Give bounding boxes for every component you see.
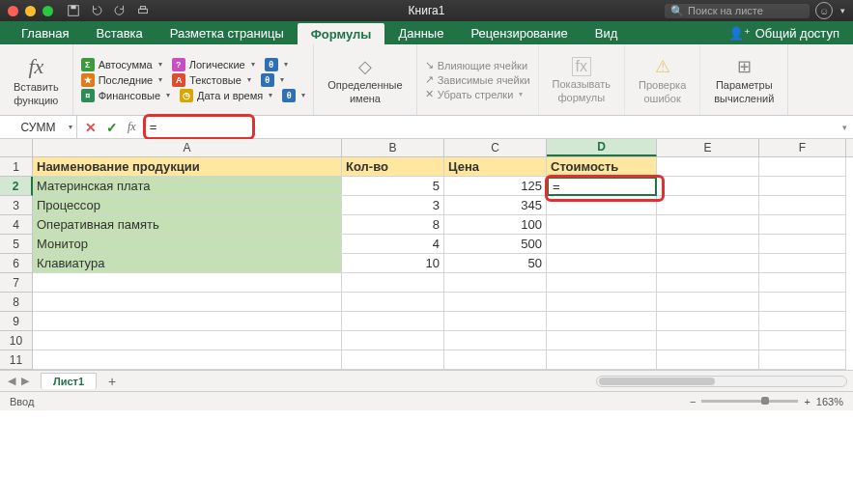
cell[interactable] [547,331,657,350]
cell[interactable] [444,331,547,350]
func-lib-item[interactable]: AТекстовые [172,73,251,87]
cell[interactable] [657,293,759,312]
cell[interactable] [657,312,759,331]
ribbon-tab-3[interactable]: Формулы [298,23,385,44]
cell[interactable]: Материнская плата [33,177,342,196]
cell[interactable]: 345 [444,196,547,215]
cell[interactable] [33,350,342,370]
column-header[interactable]: A [33,139,342,156]
column-header[interactable]: E [657,139,759,156]
cell[interactable]: 3 [342,196,444,215]
formula-input[interactable]: = [144,120,836,134]
column-header[interactable]: F [759,139,846,156]
cell[interactable] [342,312,444,331]
cell[interactable] [444,293,547,312]
cell[interactable]: Наименование продукции [33,157,342,177]
calc-options-button[interactable]: ⊞ Параметры вычислений [708,54,780,106]
cell[interactable] [657,350,759,370]
row-header[interactable]: 2 [0,177,33,196]
row-header[interactable]: 6 [0,254,33,273]
cell[interactable] [759,215,846,235]
sheet-next-icon[interactable]: ▶ [21,375,29,387]
cell[interactable]: 5 [342,177,444,196]
row-header[interactable]: 5 [0,235,33,254]
cell[interactable]: 500 [444,235,547,254]
zoom-in-button[interactable]: + [804,396,810,407]
cell[interactable] [657,196,759,215]
horizontal-scrollbar[interactable] [596,376,847,387]
cell[interactable] [759,254,846,273]
search-input[interactable]: 🔍 Поиск на листе [665,4,810,18]
cell[interactable] [759,157,846,177]
func-lib-item[interactable]: ?Логические [172,58,255,71]
cell[interactable] [657,331,759,350]
func-lib-item[interactable]: ¤Финансовые [81,89,170,102]
cell[interactable]: 10 [342,254,444,273]
cell[interactable]: 100 [444,215,547,235]
row-header[interactable]: 10 [0,331,33,350]
name-box[interactable]: СУММ [0,116,77,138]
insert-function-button[interactable]: fx Вставить функцию [8,52,65,108]
fx-icon[interactable]: fx [128,120,136,134]
cancel-icon[interactable]: ✕ [85,120,97,135]
cell[interactable] [33,273,342,293]
cell[interactable] [759,177,846,196]
cell[interactable] [547,215,657,235]
cell[interactable] [547,235,657,254]
row-header[interactable]: 1 [0,157,33,177]
cell[interactable] [33,312,342,331]
cell[interactable] [33,331,342,350]
share-button[interactable]: 👤⁺ Общий доступ [715,21,853,44]
func-lib-item[interactable]: ΣАвтосумма [81,58,162,71]
ribbon-tab-4[interactable]: Данные [384,21,457,44]
cell[interactable]: Кол-во [342,157,444,177]
cell[interactable]: 125 [444,177,547,196]
cell[interactable] [547,350,657,370]
column-header[interactable]: C [444,139,547,156]
cell[interactable] [657,273,759,293]
cell[interactable] [444,350,547,370]
row-header[interactable]: 9 [0,312,33,331]
expand-icon[interactable]: ▾ [836,123,853,132]
func-lib-more[interactable]: θ [282,89,305,102]
cell[interactable]: Стоимость [547,157,657,177]
sheet-tab[interactable]: Лист1 [41,373,97,389]
remove-arrows-button[interactable]: ✕Убрать стрелки [425,88,530,100]
cell[interactable]: 8 [342,215,444,235]
save-icon[interactable] [67,4,80,17]
ribbon-tab-1[interactable]: Вставка [82,21,156,44]
feedback-icon[interactable]: ☺ [815,2,833,19]
cell[interactable]: Клавиатура [33,254,342,273]
row-header[interactable]: 7 [0,273,33,293]
cell[interactable] [759,350,846,370]
maximize-icon[interactable] [43,6,53,16]
minimize-icon[interactable] [25,6,36,16]
cell[interactable] [657,235,759,254]
ribbon-tab-6[interactable]: Вид [582,21,632,44]
cell[interactable] [759,196,846,215]
column-header[interactable]: B [342,139,444,156]
cell[interactable]: 4 [342,235,444,254]
print-icon[interactable] [136,4,150,17]
cell[interactable] [759,273,846,293]
cell[interactable] [657,177,759,196]
cells-area[interactable]: Наименование продукцииКол-воЦенаСтоимост… [33,157,853,370]
trace-dependents-button[interactable]: ↗Зависимые ячейки [425,73,530,86]
cell[interactable] [759,331,846,350]
cell[interactable]: Оперативная память [33,215,342,235]
cell[interactable] [759,235,846,254]
cell[interactable]: Монитор [33,235,342,254]
cell[interactable] [759,293,846,312]
cell[interactable] [342,331,444,350]
column-header[interactable]: D [547,139,657,156]
cell[interactable] [657,157,759,177]
sheet-prev-icon[interactable]: ◀ [8,375,15,387]
ribbon-tab-0[interactable]: Главная [8,21,82,44]
undo-icon[interactable] [90,4,103,17]
cell[interactable]: Процессор [33,196,342,215]
row-header[interactable]: 3 [0,196,33,215]
func-lib-item[interactable]: ◷Дата и время [180,89,272,102]
cell[interactable] [547,254,657,273]
cell[interactable] [342,350,444,370]
cell[interactable] [342,273,444,293]
